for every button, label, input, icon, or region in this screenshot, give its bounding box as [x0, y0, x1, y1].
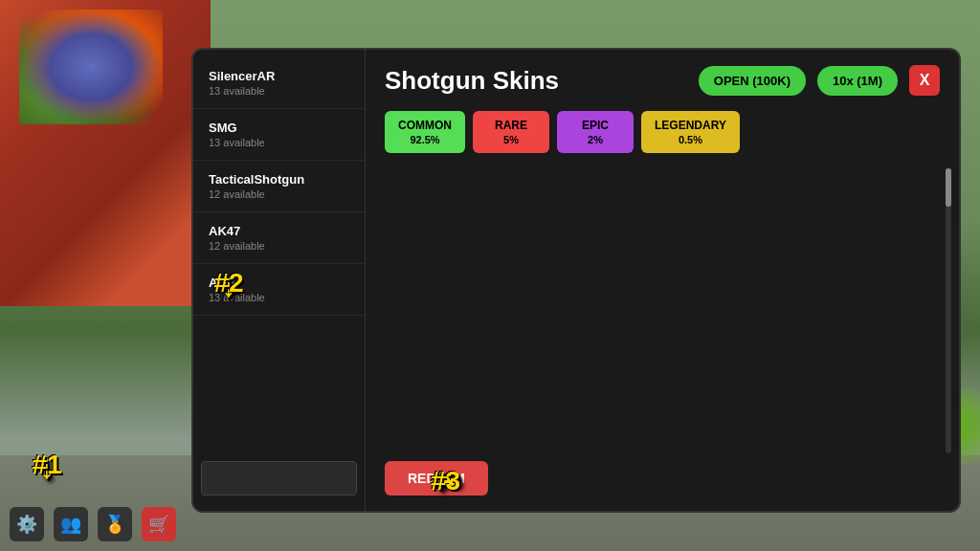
rarity-row: COMMON 92.5% RARE 5% EPIC 2% LEGENDARY 0…: [385, 111, 940, 153]
modal: SilencerAR 13 available SMG 13 available…: [191, 48, 961, 513]
close-button[interactable]: X: [909, 65, 940, 96]
badge-icon[interactable]: 🏅: [98, 507, 132, 541]
open-button[interactable]: OPEN (100K): [699, 66, 806, 96]
shop-icon[interactable]: 🛒: [142, 507, 176, 541]
bottom-toolbar: ⚙️ 👥 🏅 🛒: [10, 507, 176, 541]
redeem-button[interactable]: REDEEM: [385, 461, 488, 496]
bg-graffiti: [19, 10, 163, 124]
tenx-button[interactable]: 10x (1M): [817, 66, 898, 96]
settings-icon[interactable]: ⚙️: [10, 507, 44, 541]
sidebar-text-input[interactable]: [201, 461, 357, 496]
badge-legendary: LEGENDARY 0.5%: [641, 111, 740, 153]
content-area: Shotgun Skins OPEN (100K) 10x (1M) X COM…: [366, 50, 959, 511]
group-icon[interactable]: 👥: [54, 507, 88, 541]
sidebar-item-silencerar[interactable]: SilencerAR 13 available: [193, 57, 365, 109]
sidebar-item-ak47[interactable]: AK47 12 available: [193, 212, 365, 264]
sidebar-bottom: [193, 453, 365, 503]
modal-title: Shotgun Skins: [385, 66, 687, 96]
badge-rare: RARE 5%: [473, 111, 549, 153]
badge-epic: EPIC 2%: [557, 111, 634, 153]
scrollbar-thumb[interactable]: [946, 168, 951, 207]
sidebar-item-smg[interactable]: SMG 13 available: [193, 109, 365, 161]
content-scroll: [385, 168, 940, 453]
scrollbar-track: [946, 168, 951, 453]
content-header: Shotgun Skins OPEN (100K) 10x (1M) X: [385, 65, 940, 96]
badge-common: COMMON 92.5%: [385, 111, 465, 153]
sidebar: SilencerAR 13 available SMG 13 available…: [193, 50, 366, 511]
sidebar-item-aug[interactable]: AUG 13 available: [193, 264, 365, 316]
sidebar-item-tacticalshotgun[interactable]: TacticalShotgun 12 available: [193, 161, 365, 212]
